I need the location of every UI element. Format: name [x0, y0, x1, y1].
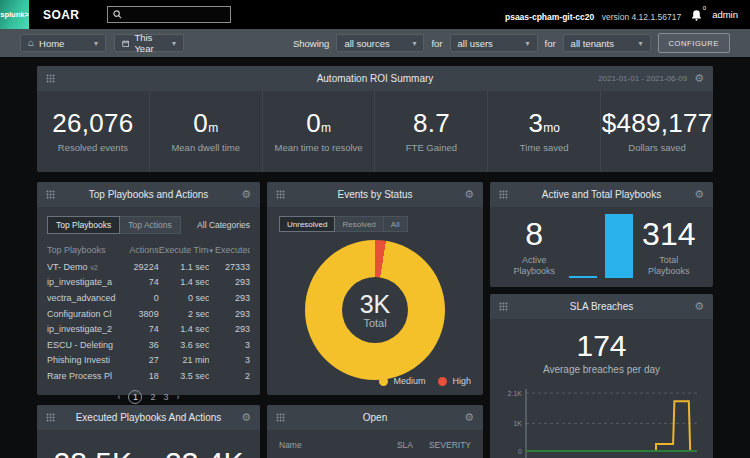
prev-page-button[interactable]: ‹	[117, 392, 120, 402]
notifications-button[interactable]: 0	[691, 9, 702, 21]
col-header-severity[interactable]: SEVERITY	[413, 440, 471, 450]
gear-icon[interactable]: ⚙	[694, 301, 704, 312]
scope-filters: Showing all sources ▾ for all users ▾ fo…	[293, 33, 730, 53]
source-filter-value: all sources	[344, 38, 389, 49]
splunk-logo[interactable]: splunk>	[0, 0, 29, 29]
active-playbooks-label: Active Playbooks	[505, 255, 563, 278]
drag-handle-icon[interactable]	[499, 302, 508, 311]
tab-top-actions[interactable]: Top Actions	[120, 216, 180, 234]
stat-fte-gained: 8.7 FTE Gained	[374, 91, 487, 172]
total-playbooks-stat: 314 Total Playbooks	[640, 218, 698, 278]
user-filter-value: all users	[458, 38, 493, 49]
col-header-executed[interactable]: ▾Executed	[209, 243, 250, 259]
table-row[interactable]: VT- Demov2292241.1 sec27333	[47, 259, 250, 275]
playbook-bar[interactable]	[605, 214, 633, 278]
table-row[interactable]: Rare Process Pl183.5 sec2	[47, 368, 250, 384]
stat-mean-dwell-time: 0m Mean dwell time	[149, 91, 262, 172]
stat-label: Dollars saved	[628, 142, 686, 153]
playbooks-panel-header: Top Playbooks and Actions ⚙	[37, 182, 260, 207]
donut-total-label: Total	[363, 317, 386, 329]
table-row[interactable]: ip_investigate_2741.4 sec293	[47, 321, 250, 337]
tab-unresolved[interactable]: Unresolved	[279, 216, 335, 232]
home-dropdown[interactable]: ⌂ Home ▾	[20, 34, 106, 52]
stat-unit: m	[321, 121, 331, 135]
top-bar: splunk> SOAR psaas-cpham-git-cc20 versio…	[0, 0, 750, 29]
table-row[interactable]: vectra_advanced00 sec293	[47, 290, 250, 306]
global-search[interactable]	[107, 6, 231, 23]
playbook-bar[interactable]	[569, 276, 597, 278]
events-donut-ring[interactable]: 3K Total	[305, 240, 445, 380]
user-menu[interactable]: admin	[712, 9, 738, 20]
tab-resolved[interactable]: Resolved	[335, 216, 383, 232]
drag-handle-icon[interactable]	[499, 190, 508, 199]
active-panel-header: Active and Total Playbooks ⚙	[490, 182, 713, 207]
drag-handle-icon[interactable]	[276, 190, 285, 199]
col-header-sla[interactable]: SLA	[369, 440, 413, 450]
executed-playbooks-panel: Executed Playbooks And Actions ⚙ 28.5K 2…	[37, 405, 260, 458]
drag-handle-icon[interactable]	[276, 413, 285, 422]
category-filter[interactable]: All Categories	[197, 220, 250, 230]
col-header-actions[interactable]: Actions	[122, 243, 159, 259]
drag-handle-icon[interactable]	[46, 413, 55, 422]
open-events-panel: Open ⚙ Name SLA SEVERITY	[267, 405, 483, 458]
chevron-down-icon: ▾	[639, 39, 643, 48]
notification-badge: 0	[703, 5, 706, 11]
stat-value: 3	[529, 108, 544, 138]
legend-item-high[interactable]: High	[438, 376, 471, 386]
table-row[interactable]: Configuration Cl38092 sec293	[47, 306, 250, 322]
stat-label: Time saved	[520, 142, 569, 153]
page-2-button[interactable]: 2	[150, 392, 155, 402]
roi-stats-row: 26,076 Resolved events 0m Mean dwell tim…	[37, 91, 713, 172]
svg-text:2.1K: 2.1K	[508, 390, 523, 397]
stat-label: FTE Gained	[406, 142, 457, 153]
tab-top-playbooks[interactable]: Top Playbooks	[47, 216, 120, 234]
drag-handle-icon[interactable]	[46, 190, 55, 199]
filter-toolbar: ⌂ Home ▾ This Year ▾ Showing all sources…	[0, 29, 750, 57]
table-row[interactable]: ip_investigate_a741.4 sec293	[47, 275, 250, 291]
tenant-filter-select[interactable]: all tenants ▾	[563, 34, 651, 52]
sla-chart-svg[interactable]: 2.1K1K0	[500, 383, 703, 458]
active-total-playbooks-panel: Active and Total Playbooks ⚙ 8 Active Pl…	[490, 182, 713, 287]
user-filter-select[interactable]: all users ▾	[450, 34, 538, 52]
svg-text:0: 0	[518, 448, 522, 455]
sla-breaches-value: 174	[490, 329, 713, 362]
table-row[interactable]: Phishing Investi2721 min3	[47, 353, 250, 369]
for-label: for	[545, 38, 556, 49]
col-header-name[interactable]: Name	[279, 440, 369, 450]
gear-icon[interactable]: ⚙	[694, 73, 704, 84]
page-3-button[interactable]: 3	[164, 392, 169, 402]
table-row[interactable]: ESCU - Deleting363.6 sec3	[47, 337, 250, 353]
tab-all[interactable]: All	[384, 216, 408, 232]
time-range-dropdown[interactable]: This Year ▾	[114, 34, 184, 52]
search-icon	[113, 10, 122, 19]
stat-resolved-events: 26,076 Resolved events	[37, 91, 149, 172]
gear-icon[interactable]: ⚙	[241, 412, 251, 423]
legend-dot	[379, 377, 388, 386]
stat-value: 8.7	[413, 108, 450, 138]
col-header-name[interactable]: Top Playbooks	[47, 243, 122, 259]
search-input[interactable]	[126, 10, 225, 20]
source-filter-select[interactable]: all sources ▾	[336, 34, 424, 52]
panel-title: Events by Status	[267, 189, 483, 200]
donut-legend: Medium High	[379, 376, 471, 386]
gear-icon[interactable]: ⚙	[464, 412, 474, 423]
legend-item-medium[interactable]: Medium	[379, 376, 425, 386]
total-playbooks-value: 314	[642, 218, 695, 250]
configure-button[interactable]: CONFIGURE	[658, 33, 730, 53]
roi-summary-panel: Automation ROI Summary 2021-01-01 - 2021…	[37, 66, 713, 172]
donut-center: 3K Total	[342, 277, 408, 343]
open-panel-header: Open ⚙	[267, 405, 483, 430]
col-header-execute-time[interactable]: Execute Time	[159, 243, 210, 259]
executed-panel-header: Executed Playbooks And Actions ⚙	[37, 405, 260, 430]
splunk-logo-text: splunk>	[0, 10, 29, 19]
drag-handle-icon[interactable]	[46, 74, 55, 83]
sla-breaches-panel: SLA Breaches ⚙ 174 Average breaches per …	[490, 294, 713, 458]
product-name: SOAR	[43, 8, 79, 22]
home-icon: ⌂	[28, 38, 34, 48]
page-1-button[interactable]: 1	[128, 390, 142, 404]
gear-icon[interactable]: ⚙	[694, 189, 704, 200]
gear-icon[interactable]: ⚙	[464, 189, 474, 200]
next-page-button[interactable]: ›	[177, 392, 180, 402]
gear-icon[interactable]: ⚙	[241, 189, 251, 200]
home-dropdown-label: Home	[39, 38, 64, 49]
